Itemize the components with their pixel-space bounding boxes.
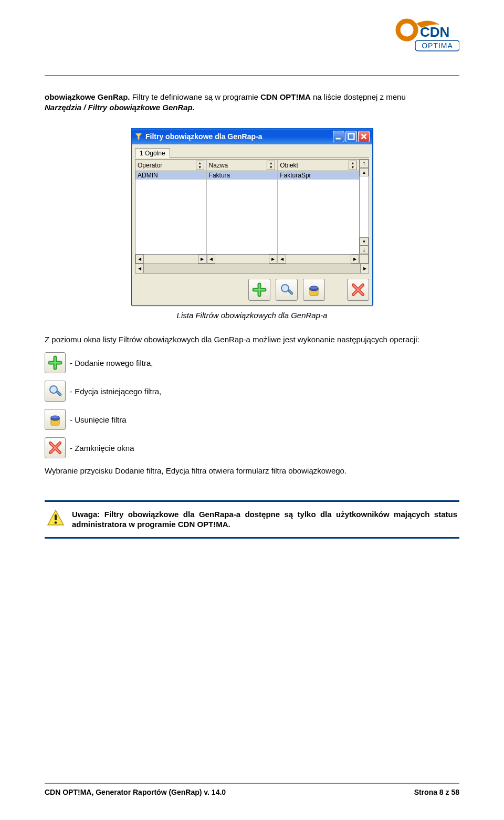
edit-button[interactable] — [276, 279, 298, 301]
delete-button[interactable] — [303, 279, 325, 301]
close-icon — [45, 437, 66, 458]
alert-text: Uwaga: Filtry obowiązkowe dla GenRapa-a … — [72, 509, 457, 530]
column-obiekt: Obiekt ▲▼ FakturaSpr — [278, 160, 359, 254]
grid: Operator ▲▼ ADMIN Nazwa ▲▼ Faktura — [135, 159, 369, 264]
horizontal-scrollbar[interactable]: ◀ ▶ — [135, 264, 369, 274]
window-toolbar — [135, 279, 369, 301]
intro-paragraph: obowiązkowe GenRap. Filtry te definiowan… — [45, 92, 459, 112]
cell[interactable]: ADMIN — [135, 171, 206, 180]
svg-point-7 — [50, 386, 57, 393]
page-header: CDN OPTIMA — [45, 16, 459, 76]
window-close-button[interactable] — [358, 131, 370, 142]
screenshot-caption: Lista Filtrów obowiązkowych dla GenRap-a — [45, 311, 459, 320]
svg-rect-10 — [55, 514, 57, 520]
maximize-button[interactable] — [345, 131, 357, 142]
minimize-button[interactable] — [333, 131, 344, 142]
col-header-label[interactable]: Nazwa — [209, 162, 228, 169]
tab-strip: 1 Ogólne — [135, 148, 369, 158]
operation-edit: - Edycja istniejącego filtra, — [45, 381, 459, 402]
scroll-down-icon[interactable]: ▼ — [360, 237, 369, 246]
sort-spinner[interactable]: ▲▼ — [349, 161, 357, 170]
footer-left: CDN OPT!MA, Generator Raportów (GenRap) … — [45, 788, 226, 796]
cell[interactable]: Faktura — [207, 171, 278, 180]
logo-top: CDN — [420, 24, 449, 40]
sort-spinner[interactable]: ▲▼ — [267, 161, 275, 170]
operation-label: - Usunięcie filtra — [70, 415, 127, 424]
logo: CDN OPTIMA — [391, 18, 459, 55]
filter-icon — [134, 132, 143, 141]
svg-rect-2 — [336, 138, 341, 140]
operation-label: - Zamknięcie okna — [70, 444, 134, 453]
col-header-label[interactable]: Obiekt — [280, 162, 298, 169]
svg-point-6 — [310, 286, 318, 289]
svg-point-0 — [398, 21, 416, 39]
svg-point-9 — [51, 416, 59, 419]
operation-add: - Dodanie nowego filtra, — [45, 352, 459, 373]
svg-point-11 — [55, 521, 57, 524]
per-column-scroll[interactable]: ◀▶ ◀▶ ◀▶ — [135, 254, 359, 264]
plus-icon — [45, 352, 66, 373]
logo-bottom: OPTIMA — [422, 41, 453, 50]
xp-window: Filtry obowiązkowe dla GenRap-a 1 Ogólne — [131, 128, 373, 306]
tab-general[interactable]: 1 Ogólne — [135, 148, 170, 158]
intro-italic: Narzędzia / Filtry obowiązkowe GenRap. — [45, 103, 195, 112]
after-list-paragraph: Wybranie przycisku Dodanie filtra, Edycj… — [45, 466, 459, 476]
footer-right: Strona 8 z 58 — [414, 788, 459, 796]
close-button[interactable] — [347, 279, 369, 301]
add-button[interactable] — [248, 279, 270, 301]
svg-rect-5 — [288, 289, 293, 295]
svg-rect-8 — [56, 391, 62, 396]
bin-icon — [45, 409, 66, 430]
operation-label: - Edycja istniejącego filtra, — [70, 387, 161, 396]
cell[interactable]: FakturaSpr — [278, 171, 359, 180]
column-nazwa: Nazwa ▲▼ Faktura — [207, 160, 278, 254]
vertical-scrollbar[interactable]: ⤒ ▲ ▼ ⤓ — [359, 160, 369, 254]
svg-point-4 — [281, 285, 289, 292]
scroll-up-icon[interactable]: ▲ — [360, 168, 369, 176]
svg-rect-3 — [349, 134, 354, 140]
intro-bold1: obowiązkowe GenRap. — [45, 92, 130, 101]
alert-box: Uwaga: Filtry obowiązkowe dla GenRapa-a … — [45, 500, 459, 539]
window-title: Filtry obowiązkowe dla GenRap-a — [145, 132, 262, 141]
operation-delete: - Usunięcie filtra — [45, 409, 459, 430]
scroll-bottom-icon[interactable]: ⤓ — [360, 246, 369, 254]
titlebar: Filtry obowiązkowe dla GenRap-a — [132, 129, 372, 144]
col-header-label[interactable]: Operator — [138, 162, 162, 169]
warning-icon — [47, 509, 65, 528]
page-footer: CDN OPT!MA, Generator Raportów (GenRap) … — [45, 783, 459, 796]
column-operator: Operator ▲▼ ADMIN — [135, 160, 207, 254]
scroll-right-icon[interactable]: ▶ — [360, 264, 369, 273]
sort-spinner[interactable]: ▲▼ — [196, 161, 204, 170]
operation-label: - Dodanie nowego filtra, — [70, 359, 153, 367]
scroll-left-icon[interactable]: ◀ — [135, 264, 144, 273]
operation-list: - Dodanie nowego filtra, - Edycja istnie… — [45, 352, 459, 458]
scroll-top-icon[interactable]: ⤒ — [360, 160, 369, 168]
operation-close: - Zamknięcie okna — [45, 437, 459, 458]
description: Z poziomu okna listy Filtrów obowiązkowy… — [45, 334, 459, 345]
magnifier-icon — [45, 381, 66, 402]
intro-bold2: CDN OPT!MA — [260, 92, 311, 101]
